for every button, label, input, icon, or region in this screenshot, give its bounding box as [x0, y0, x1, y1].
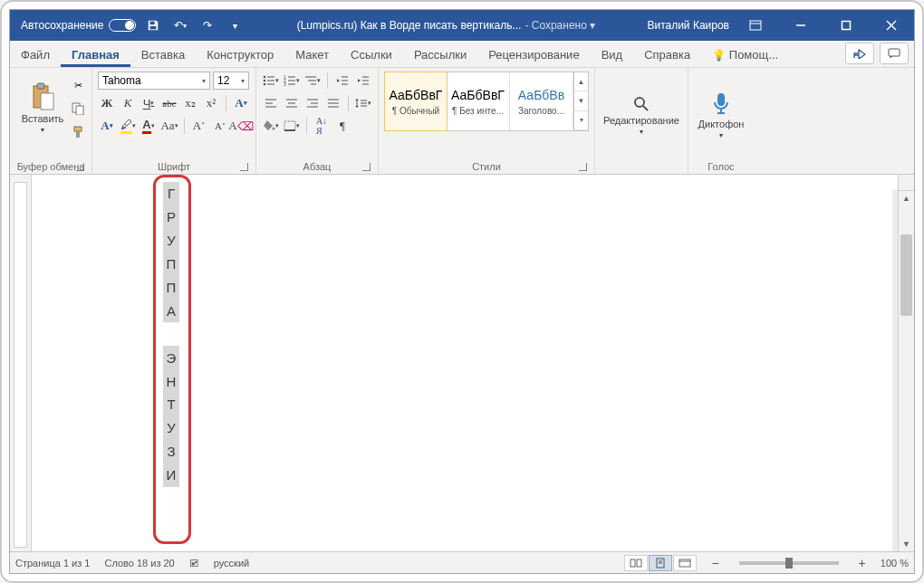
paste-button[interactable]: Вставить▾	[15, 72, 70, 144]
char: П	[163, 253, 179, 276]
clipboard-launcher[interactable]	[76, 163, 84, 171]
status-words[interactable]: Слово 18 из 20	[104, 558, 174, 569]
font-color-outline-button[interactable]: A▾	[98, 117, 116, 135]
document-text[interactable]: Г Р У П П А Э Н Т У З И	[163, 182, 179, 487]
scroll-thumb[interactable]	[900, 234, 912, 316]
close-icon[interactable]	[872, 10, 910, 41]
save-icon[interactable]	[143, 15, 163, 35]
scroll-up-icon[interactable]: ▲	[899, 191, 914, 205]
tab-design[interactable]: Конструктор	[196, 43, 284, 67]
svg-rect-58	[717, 93, 725, 106]
vertical-scrollbar[interactable]: ▲ ▼	[898, 191, 914, 551]
zoom-out-icon[interactable]: −	[711, 556, 718, 570]
redo-icon[interactable]: ↷	[197, 15, 217, 35]
bold-button[interactable]: Ж	[98, 94, 116, 112]
autosave-toggle[interactable]	[109, 19, 136, 32]
shrink-font-button[interactable]: A˅	[211, 117, 229, 135]
editing-button[interactable]: Редактирование▾	[601, 80, 682, 152]
strike-button[interactable]: abc	[160, 94, 178, 112]
char: И	[163, 464, 179, 487]
clear-format-button[interactable]: A⌫	[232, 117, 250, 135]
show-marks-button[interactable]: ¶	[333, 117, 351, 135]
maximize-icon[interactable]	[827, 10, 865, 41]
tab-review[interactable]: Рецензирование	[477, 43, 590, 67]
view-print-icon[interactable]	[649, 555, 672, 571]
font-size-select[interactable]: 12▾	[213, 72, 249, 90]
superscript-button[interactable]: x²	[202, 94, 220, 112]
tab-layout[interactable]: Макет	[284, 43, 340, 67]
font-name-select[interactable]: Tahoma▾	[98, 72, 210, 90]
format-painter-icon[interactable]	[70, 124, 86, 140]
copy-icon[interactable]	[70, 100, 86, 117]
highlight-button[interactable]: 🖊▾	[119, 117, 137, 135]
paragraph-launcher[interactable]	[362, 163, 371, 171]
change-case-button[interactable]: Aa▾	[160, 117, 178, 135]
style-nospacing[interactable]: АаБбВвГ¶ Без инте...	[447, 72, 510, 130]
bullets-button[interactable]: ▾	[262, 72, 280, 90]
grow-font-button[interactable]: A˄	[190, 117, 208, 135]
undo-icon[interactable]: ↶▾	[170, 15, 190, 35]
styles-launcher[interactable]	[579, 163, 587, 171]
char: П	[163, 276, 179, 300]
shading-button[interactable]: ▾	[262, 117, 280, 135]
align-right-button[interactable]	[303, 94, 322, 112]
dictate-button[interactable]: Диктофон▾	[694, 80, 748, 152]
style-heading1[interactable]: АаБбВвЗаголово...	[510, 72, 573, 130]
tab-help[interactable]: Справка	[633, 43, 701, 67]
font-color-button[interactable]: A▾	[140, 117, 158, 135]
view-web-icon[interactable]	[673, 555, 697, 571]
save-status[interactable]: - Сохранено ▾	[525, 19, 595, 32]
document-page[interactable]: Г Р У П П А Э Н Т У З И	[32, 175, 898, 551]
minimize-icon[interactable]	[782, 10, 820, 41]
ribbon-options-icon[interactable]	[736, 10, 775, 41]
status-proofing-icon[interactable]: 🗹	[189, 558, 199, 569]
svg-point-56	[635, 98, 644, 107]
view-read-icon[interactable]	[624, 555, 648, 571]
font-launcher[interactable]	[240, 163, 248, 171]
subscript-button[interactable]: x₂	[181, 94, 199, 112]
svg-rect-64	[679, 559, 690, 567]
tab-mailings[interactable]: Рассылки	[403, 43, 477, 67]
zoom-in-icon[interactable]: +	[859, 556, 866, 570]
styles-scroll[interactable]: ▲▼▾	[573, 72, 588, 130]
tab-home[interactable]: Главная	[61, 43, 130, 67]
tab-insert[interactable]: Вставка	[130, 43, 196, 67]
justify-button[interactable]	[324, 94, 342, 112]
status-page[interactable]: Страница 1 из 1	[15, 558, 90, 569]
tab-search[interactable]: 💡 Помощ...	[701, 43, 789, 67]
tab-file[interactable]: Файл	[10, 43, 61, 67]
group-styles: АаБбВвГ¶ Обычный АаБбВвГ¶ Без инте... Аа…	[379, 68, 595, 174]
multilevel-button[interactable]: ▾	[303, 72, 322, 90]
vertical-ruler[interactable]	[10, 175, 32, 551]
italic-button[interactable]: К	[119, 94, 137, 112]
line-spacing-button[interactable]: ▾	[354, 94, 372, 112]
user-account[interactable]: Виталий Каиров	[647, 19, 729, 32]
numbering-button[interactable]: 123▾	[283, 72, 301, 90]
decrease-indent-button[interactable]	[333, 72, 351, 90]
status-language[interactable]: русский	[214, 558, 249, 569]
cut-icon[interactable]: ✂	[70, 77, 86, 93]
document-area: ▲ ▼ Г Р У П П А Э Н Т У З И	[10, 175, 914, 551]
borders-button[interactable]: ▾	[283, 117, 301, 135]
svg-rect-54	[284, 121, 295, 130]
style-normal[interactable]: АаБбВвГ¶ Обычный	[384, 72, 448, 131]
styles-group-label: Стили	[472, 161, 501, 172]
underline-button[interactable]: Ч▾	[140, 94, 158, 112]
group-clipboard: Вставить▾ ✂ Буфер обмена	[10, 68, 92, 174]
qat-more-icon[interactable]: ▾	[225, 15, 245, 35]
zoom-level[interactable]: 100 %	[881, 558, 909, 569]
sort-button[interactable]: A↓Я	[313, 117, 331, 135]
tab-references[interactable]: Ссылки	[340, 43, 403, 67]
increase-indent-button[interactable]	[354, 72, 372, 90]
svg-rect-5	[842, 22, 851, 30]
text-effects-button[interactable]: A▾	[232, 94, 250, 112]
svg-rect-1	[150, 26, 157, 30]
zoom-slider[interactable]	[739, 561, 839, 565]
align-left-button[interactable]	[262, 94, 280, 112]
char: А	[163, 299, 179, 322]
tab-view[interactable]: Вид	[591, 43, 634, 67]
align-center-button[interactable]	[283, 94, 301, 112]
scroll-down-icon[interactable]: ▼	[899, 537, 914, 551]
share-button[interactable]	[845, 43, 874, 64]
comments-button[interactable]	[880, 43, 909, 64]
